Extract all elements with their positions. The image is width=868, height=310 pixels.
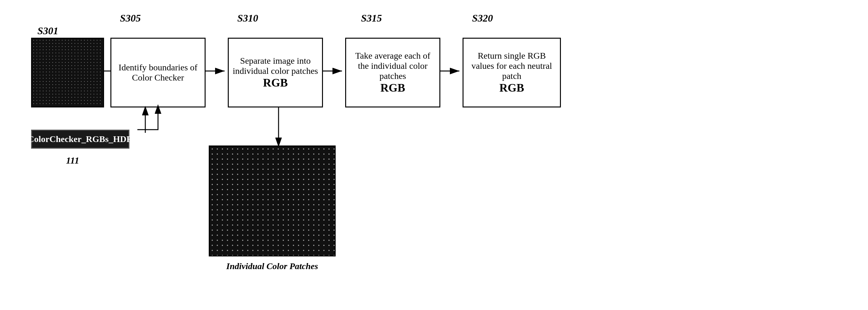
flow-wrapper: S301 S305 S310 S315 S320 Identify bounda…: [22, 12, 846, 298]
patches-pattern: [210, 146, 335, 255]
arrow-s315-s320: [440, 65, 463, 77]
step-label-s301: S301: [37, 25, 58, 37]
step-label-s315: S315: [361, 12, 382, 24]
s305-text: Identify boundaries of Color Checker: [115, 63, 202, 83]
s320-text: Return single RGB values for each neutra…: [467, 51, 557, 81]
s320-box: Return single RGB values for each neutra…: [463, 38, 561, 107]
step-label-s310: S310: [237, 12, 258, 24]
s301-image: [31, 38, 104, 107]
arrow-input-s305: [139, 109, 158, 134]
s320-rgb: RGB: [499, 81, 524, 95]
s315-rgb: RGB: [380, 81, 405, 95]
input-box: ColorChecker_RGBs_HDR: [31, 130, 129, 149]
s315-box: Take average each of the individual colo…: [345, 38, 440, 107]
sub-label-111: 111: [66, 155, 79, 166]
individual-patches-image: [209, 145, 336, 256]
s310-box: Separate image into individual color pat…: [228, 38, 323, 107]
step-label-s320: S320: [472, 12, 493, 24]
s305-box: Identify boundaries of Color Checker: [111, 38, 206, 107]
s310-text: Separate image into individual color pat…: [232, 56, 319, 76]
input-box-label: ColorChecker_RGBs_HDR: [28, 134, 133, 144]
arrow-s310-patches: [272, 107, 285, 145]
step-label-s305: S305: [120, 12, 141, 24]
diagram-container: S301 S305 S310 S315 S320 Identify bounda…: [0, 0, 868, 310]
arrow-s310-s315: [323, 65, 345, 77]
patches-caption: Individual Color Patches: [206, 261, 339, 271]
s310-rgb: RGB: [263, 76, 288, 90]
s301-pattern: [32, 39, 103, 106]
arrow-s305-s310: [206, 65, 228, 77]
s315-text: Take average each of the individual colo…: [349, 51, 436, 81]
